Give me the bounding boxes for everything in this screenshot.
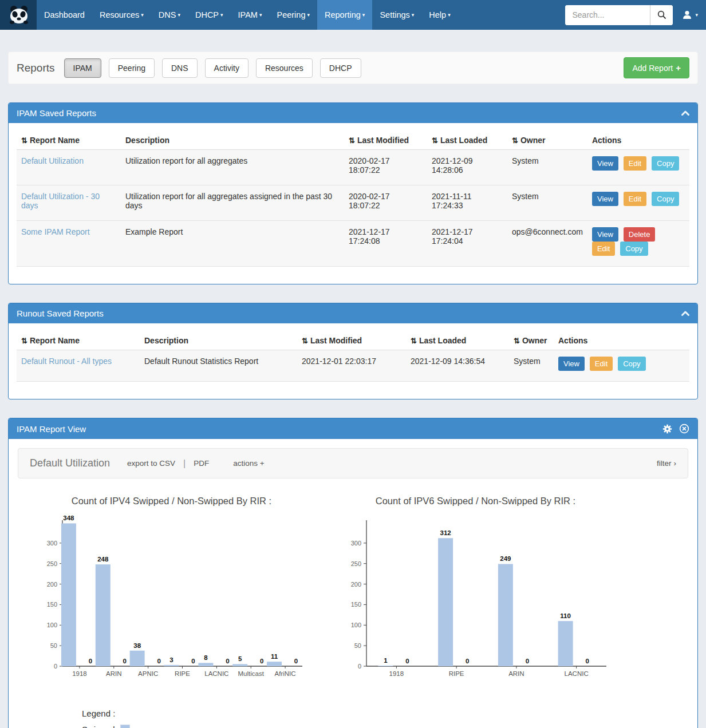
col-label: Description [144,336,188,345]
col-label: Report Name [30,136,80,145]
sort-icon[interactable]: ⇅ [432,136,438,145]
report-actions: View Edit Copy [587,150,689,185]
report-name: Default Utilization [30,457,110,469]
svg-text:0: 0 [526,658,529,664]
nav-item-help[interactable]: Help▾ [421,0,457,30]
col-report-name[interactable]: ⇅Report Name [17,331,140,350]
tab-peering[interactable]: Peering [109,58,155,78]
report-link[interactable]: Default Runout - All types [21,357,112,366]
actions-menu[interactable]: actions + [233,459,264,468]
nav-label: Settings [380,10,409,19]
svg-text:1: 1 [384,657,388,664]
view-button[interactable]: View [592,156,618,171]
sort-icon[interactable]: ⇅ [512,136,518,145]
col-owner[interactable]: ⇅Owner [509,331,554,350]
delete-button[interactable]: Delete [624,227,656,242]
edit-button[interactable]: Edit [624,156,646,171]
chevron-right-icon: › [674,459,677,468]
ipv4-chart-block: Count of IPV4 Swipped / Non-Swipped By R… [33,496,310,689]
report-link[interactable]: Default Utilization - 30 days [21,192,100,210]
col-last-loaded[interactable]: ⇅Last Loaded [427,131,507,150]
copy-button[interactable]: Copy [652,156,679,171]
export-pdf-link[interactable]: PDF [194,459,209,468]
edit-button[interactable]: Edit [624,192,646,206]
nav-item-resources[interactable]: Resources▾ [92,0,151,30]
search-button[interactable] [650,5,673,25]
report-view-toolbar: Default Utilization export to CSV | PDF … [18,448,688,478]
report-actions: View Edit Copy [554,350,689,382]
nav-item-reporting[interactable]: Reporting▾ [317,0,372,30]
search-icon [657,10,666,19]
nav-item-ipam[interactable]: IPAM▾ [231,0,270,30]
view-button[interactable]: View [592,227,618,242]
nav-label: DNS [159,10,176,19]
tab-dhcp[interactable]: DHCP [320,58,361,78]
nav-item-settings[interactable]: Settings▾ [372,0,421,30]
edit-button[interactable]: Edit [590,357,613,371]
add-report-button[interactable]: Add Report+ [624,57,689,78]
col-owner[interactable]: ⇅Owner [507,131,587,150]
search-input[interactable] [565,5,650,25]
svg-text:150: 150 [47,601,57,608]
user-menu[interactable]: ▾ [682,10,698,20]
runout-panel-body: ⇅Report Name Description ⇅Last Modified … [9,323,697,399]
svg-text:249: 249 [500,555,511,562]
nav-item-peering[interactable]: Peering▾ [269,0,317,30]
report-actions: View Delete Edit Copy [587,221,689,267]
col-label: Owner [522,336,547,345]
col-last-loaded[interactable]: ⇅Last Loaded [406,331,509,350]
ipv4-bar-chart: 050100150200250300348019182480ARIN380APN… [33,512,310,687]
nav-item-dhcp[interactable]: DHCP▾ [188,0,231,30]
close-button[interactable] [679,424,689,434]
sort-icon[interactable]: ⇅ [349,136,355,145]
report-owner: System [507,150,587,185]
filter-toggle[interactable]: filter› [657,459,676,468]
sort-icon[interactable]: ⇅ [21,136,27,145]
export-csv-link[interactable]: export to CSV [127,459,175,468]
collapse-button[interactable] [681,311,689,316]
svg-text:1918: 1918 [389,670,404,677]
chart-title: Count of IPV4 Swipped / Non-Swipped By R… [33,496,310,507]
copy-button[interactable]: Copy [620,242,648,256]
nav-item-dashboard[interactable]: Dashboard [37,0,92,30]
edit-button[interactable]: Edit [592,242,615,256]
report-last-loaded: 2021-12-09 14:28:06 [427,150,507,185]
view-button[interactable]: View [558,357,585,371]
panel-title: IPAM Report View [17,424,86,434]
tab-resources[interactable]: Resources [256,58,313,78]
top-navbar: Dashboard Resources▾ DNS▾ DHCP▾ IPAM▾ Pe… [0,0,706,30]
panda-logo[interactable] [0,0,37,30]
col-report-name[interactable]: ⇅Report Name [17,131,121,150]
copy-button[interactable]: Copy [618,357,645,371]
report-owner: System [509,350,554,382]
view-button[interactable]: View [592,192,618,206]
col-last-modified[interactable]: ⇅Last Modified [344,131,427,150]
tab-activity[interactable]: Activity [205,58,249,78]
col-actions: Actions [554,331,689,350]
svg-text:3: 3 [169,656,173,663]
report-link[interactable]: Default Utilization [21,156,84,165]
sort-icon[interactable]: ⇅ [21,337,27,345]
navbar-right: ▾ [565,5,706,25]
collapse-button[interactable] [681,110,689,116]
filter-label: filter [657,459,672,468]
svg-text:RIPE: RIPE [175,670,190,677]
svg-text:8: 8 [204,654,208,661]
col-last-modified[interactable]: ⇅Last Modified [297,331,406,350]
nav-item-dns[interactable]: DNS▾ [151,0,188,30]
ipam-panel-header: IPAM Saved Reports [9,103,697,123]
settings-button[interactable] [662,424,672,434]
copy-button[interactable]: Copy [652,192,679,206]
svg-text:100: 100 [47,622,57,628]
sort-icon[interactable]: ⇅ [302,337,308,345]
svg-text:0: 0 [294,658,298,664]
user-icon [682,10,692,20]
tab-dns[interactable]: DNS [162,58,198,78]
ipv6-bar-chart: 0501001502002503001019183120RIPE2490ARIN… [337,512,614,687]
tab-ipam[interactable]: IPAM [64,58,101,78]
sort-icon[interactable]: ⇅ [411,337,417,345]
report-link[interactable]: Some IPAM Report [21,227,90,236]
sort-icon[interactable]: ⇅ [514,337,520,345]
legend-title: Legend : [82,709,688,718]
nav-label: Help [429,10,446,19]
